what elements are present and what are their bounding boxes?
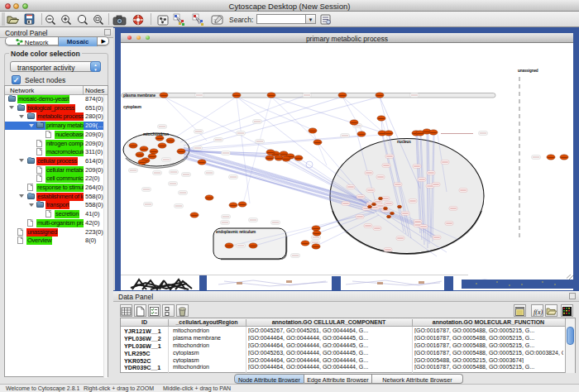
svg-text:f(x): f(x) — [534, 308, 543, 316]
svg-text:plasma membrane: plasma membrane — [123, 93, 156, 98]
svg-text:cytoplasm: cytoplasm — [123, 105, 141, 109]
svg-text:unassigned: unassigned — [518, 69, 538, 73]
svg-text:endoplasmic reticulum: endoplasmic reticulum — [216, 230, 256, 234]
svg-text:mitochondrion: mitochondrion — [143, 132, 169, 136]
